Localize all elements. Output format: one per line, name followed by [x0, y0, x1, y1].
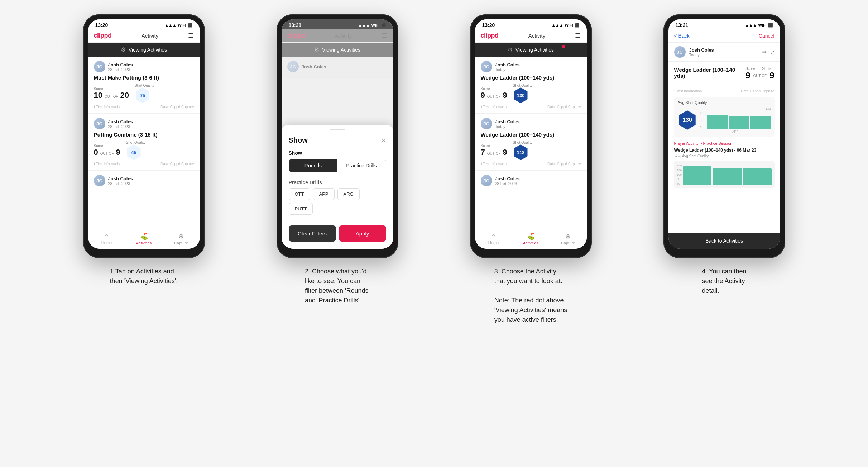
- out-of-4: OUT OF: [753, 74, 767, 78]
- session-prefix: Player Activity >: [674, 141, 703, 146]
- screen-content-3: JC Josh Coles Today ··· Wedge Ladder (10…: [475, 57, 587, 229]
- chart-top-val: 132: [700, 107, 771, 110]
- battery-icon-3: ⬛: [575, 23, 580, 28]
- user-name-2-p: Josh Coles: [302, 64, 326, 70]
- back-button[interactable]: < Back: [674, 33, 690, 39]
- close-button[interactable]: ✕: [381, 137, 386, 144]
- filter-actions: Clear Filters Apply: [289, 225, 386, 242]
- activity-card-2-partial: JC Josh Coles ···: [282, 57, 393, 79]
- activity-card-3-1[interactable]: JC Josh Coles Today ··· Wedge Ladder (10…: [475, 57, 587, 114]
- home-icon-3: ⌂: [491, 232, 495, 240]
- dots-menu-1-2[interactable]: ···: [187, 120, 194, 128]
- filter-show-label: Show: [289, 150, 386, 156]
- dots-menu-3-2[interactable]: ···: [574, 120, 581, 128]
- home-icon-1: ⌂: [105, 232, 109, 240]
- bar-2: [729, 116, 749, 129]
- quality-hex-1-1: 75: [135, 87, 150, 103]
- drill-arg[interactable]: ARG: [337, 188, 360, 200]
- tab-practice-drills[interactable]: Practice Drills: [337, 159, 386, 172]
- avatar-img-2-p: JC: [287, 61, 299, 72]
- quality-block-3-1: Shot Quality 130: [513, 84, 532, 103]
- score-label-4: Score: [745, 67, 755, 71]
- nav-title-3: Activity: [528, 33, 546, 39]
- dots-menu-2-p: ···: [381, 63, 387, 71]
- user-name-1-2: Josh Coles: [108, 119, 133, 124]
- score-num-1-1: 10: [94, 91, 102, 100]
- dots-menu-3-3[interactable]: ···: [574, 177, 581, 185]
- bottom-chart: 140 120 100 80 60: [674, 161, 775, 188]
- card-user-2-p: JC Josh Coles: [287, 61, 326, 72]
- bar-1: [707, 115, 728, 129]
- back-to-activities[interactable]: Back to Activities: [668, 233, 780, 249]
- activity-card-3-2[interactable]: JC Josh Coles Today ··· Wedge Ladder (10…: [475, 114, 587, 171]
- menu-icon-3[interactable]: ☰: [575, 32, 581, 39]
- nav-activities-1[interactable]: ⛳ Activities: [125, 232, 163, 245]
- avatar-img-1-2: JC: [94, 118, 105, 129]
- battery-icon-4: ⬛: [768, 23, 773, 28]
- nav-activities-3[interactable]: ⛳ Activities: [512, 232, 550, 245]
- score-label-3-2: Score: [481, 144, 507, 148]
- drill-sub: →→ Avg Shot Quality: [674, 154, 775, 158]
- bottom-nav-1: ⌂ Home ⛳ Activities ⊕ Capture: [88, 229, 200, 249]
- status-icons-2: ▲▲▲ WiFi ⬛: [358, 23, 386, 28]
- activity-card-1-1[interactable]: JC Josh Coles 28 Feb 2023 ··· Must Make …: [88, 57, 200, 114]
- score-block-1-2: Score 0 OUT OF 9: [94, 144, 120, 157]
- detail-header: < Back Cancel: [668, 29, 780, 43]
- quality-block-1-1: Shot Quality 75: [135, 84, 154, 103]
- cancel-button[interactable]: Cancel: [759, 33, 775, 39]
- user-info-2-p: Josh Coles: [302, 64, 326, 70]
- nav-capture-1[interactable]: ⊕ Capture: [163, 232, 200, 245]
- capture-label-1: Capture: [174, 241, 188, 245]
- nav-title-2: Activity: [335, 33, 352, 39]
- activity-card-1-2[interactable]: JC Josh Coles 28 Feb 2023 ··· Putting Co…: [88, 114, 200, 171]
- info-row-1-1: ℹ Test Information Data: Clippd Capture: [94, 105, 194, 109]
- card-stats-1-1: Score 10 OUT OF 20 Shot Quality 75: [94, 84, 194, 103]
- activity-card-3-3[interactable]: JC Josh Coles 28 Feb 2023 ···: [475, 171, 587, 193]
- apply-button[interactable]: Apply: [339, 225, 386, 242]
- score-num-1-2: 0: [94, 148, 98, 157]
- phone-frame-3: 13:20 ▲▲▲ WiFi ⬛ clippd Activity ☰ ⚙ V: [470, 14, 592, 258]
- caption-1: 1.Tap on Activities andthen 'Viewing Act…: [110, 267, 178, 286]
- bottom-nav-3: ⌂ Home ⛳ Activities ⊕ Capture: [475, 229, 587, 249]
- clear-filters-button[interactable]: Clear Filters: [289, 225, 336, 242]
- capture-label-3: Capture: [561, 241, 575, 245]
- score-num-3-1: 9: [481, 91, 485, 100]
- activity-card-1-3[interactable]: JC Josh Coles 28 Feb 2023 ···: [88, 171, 200, 193]
- banner-text-1: Viewing Activities: [129, 47, 167, 53]
- card-user-1-2: JC Josh Coles 28 Feb 2023: [94, 118, 133, 129]
- phone-frame-4: 13:21 ▲▲▲ WiFi ⬛ < Back Cancel: [663, 14, 785, 258]
- dots-menu-3-1[interactable]: ···: [574, 63, 581, 71]
- wifi-icon-2: WiFi: [371, 23, 379, 27]
- card-user-3-2: JC Josh Coles Today: [481, 118, 520, 129]
- drill-app[interactable]: APP: [313, 188, 335, 200]
- activity-banner-1[interactable]: ⚙ Viewing Activities: [88, 43, 200, 57]
- detail-score-labels: Score Shots: [745, 67, 774, 71]
- card-header-1-1: JC Josh Coles 28 Feb 2023 ···: [94, 61, 194, 72]
- activity-banner-3[interactable]: ⚙ Viewing Activities: [475, 43, 587, 57]
- main-container: 13:20 ▲▲▲ WiFi ⬛ clippd Activity ☰ ⚙ V: [40, 14, 828, 325]
- nav-bar-3: clippd Activity ☰: [475, 29, 587, 43]
- status-bar-2: 13:21 ▲▲▲ WiFi ⬛: [282, 19, 393, 29]
- tab-rounds[interactable]: Rounds: [289, 159, 337, 172]
- nav-capture-3[interactable]: ⊕ Capture: [550, 232, 587, 245]
- nav-home-1[interactable]: ⌂ Home: [88, 232, 125, 245]
- out-of-1-1: OUT OF: [105, 95, 118, 99]
- bottom-bar-2: [713, 168, 742, 185]
- edit-icon[interactable]: ✏: [762, 49, 767, 56]
- detail-score-area: Score Shots 9 OUT OF 9: [745, 67, 774, 86]
- drill-putt[interactable]: PUTT: [289, 203, 313, 215]
- dots-menu-1-3[interactable]: ···: [187, 177, 194, 185]
- score-label-1-2: Score: [94, 144, 120, 148]
- dots-menu-1-1[interactable]: ···: [187, 63, 194, 71]
- bottom-bar-3: [743, 168, 772, 185]
- menu-icon-1[interactable]: ☰: [188, 32, 194, 39]
- nav-home-3[interactable]: ⌂ Home: [475, 232, 512, 245]
- avatar-3-3: JC: [481, 175, 492, 186]
- expand-icon[interactable]: ⤢: [770, 49, 775, 56]
- filter-title: Show: [289, 136, 308, 144]
- drill-ott[interactable]: OTT: [289, 188, 310, 200]
- filter-tabs: Rounds Practice Drills: [289, 159, 386, 172]
- mini-chart-4: 100 50 0: [700, 111, 771, 129]
- filter-header: Show ✕: [289, 136, 386, 144]
- activities-icon-1: ⛳: [140, 232, 148, 240]
